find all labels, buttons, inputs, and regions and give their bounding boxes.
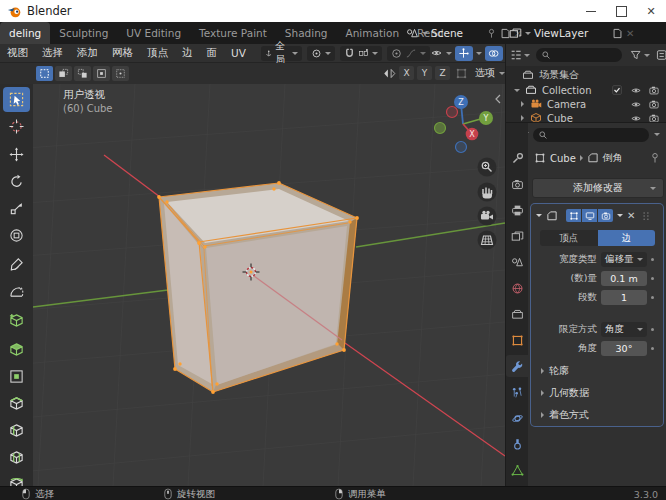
tool-loop-cut[interactable] xyxy=(3,418,30,443)
object-visibility-icon[interactable] xyxy=(430,47,443,59)
add-modifier-button[interactable]: 添加修改器 xyxy=(532,178,664,198)
display-options-icon[interactable] xyxy=(656,49,666,61)
render-visibility-icon[interactable] xyxy=(648,85,660,96)
outliner-row-scene-collection[interactable]: 场景集合 xyxy=(506,68,666,82)
menu-view[interactable]: 视图 xyxy=(0,46,35,60)
animate-dot[interactable] xyxy=(651,296,654,299)
transform-orientation-dropdown[interactable]: 全局 xyxy=(261,46,302,61)
mirror-x-toggle[interactable]: X xyxy=(399,66,414,80)
editor-type-icon[interactable] xyxy=(510,49,522,61)
hide-eye-icon[interactable] xyxy=(630,99,642,110)
disclosure-right-icon[interactable] xyxy=(521,115,524,121)
tool-add-cube[interactable] xyxy=(3,308,30,333)
tab-object-data[interactable] xyxy=(506,459,528,481)
ortho-toggle-button[interactable] xyxy=(478,231,497,250)
close-button[interactable]: ✕ xyxy=(636,0,666,22)
navigation-gizmo[interactable]: Z Y X xyxy=(435,95,494,153)
scene-name[interactable]: Scene xyxy=(431,27,483,39)
view-layer-selector[interactable]: ViewLayer ✕ xyxy=(509,24,634,42)
mirror-z-toggle[interactable]: Z xyxy=(435,66,450,80)
tool-select-tweak[interactable] xyxy=(3,87,30,112)
extras-dropdown-icon[interactable] xyxy=(617,214,623,217)
disclosure-right-icon[interactable] xyxy=(521,101,524,107)
render-visibility-icon[interactable] xyxy=(648,113,660,123)
tool-rotate[interactable] xyxy=(3,169,30,194)
tool-transform[interactable] xyxy=(3,223,30,248)
toggle-render-display[interactable] xyxy=(598,209,613,222)
tab-collection[interactable] xyxy=(506,303,528,325)
tab-render[interactable] xyxy=(506,173,528,195)
pan-button[interactable] xyxy=(478,183,497,202)
snap-widget[interactable] xyxy=(340,46,382,61)
drag-handle-icon[interactable] xyxy=(641,211,651,221)
tab-modifiers[interactable] xyxy=(506,355,528,377)
tool-scale[interactable] xyxy=(3,196,30,221)
snap-disabled-icon[interactable] xyxy=(455,67,468,80)
new-view-layer-icon[interactable] xyxy=(612,28,623,39)
outliner-row-camera[interactable]: Camera xyxy=(506,97,666,111)
tab-output[interactable] xyxy=(506,199,528,221)
limit-method-dropdown[interactable]: 角度 xyxy=(601,322,647,337)
sidebar-collapse-arrow[interactable] xyxy=(496,95,500,103)
proportional-edit-icon[interactable] xyxy=(391,48,402,59)
options-dropdown[interactable]: 选项 xyxy=(475,66,505,80)
segments-field[interactable]: 1 xyxy=(601,290,647,305)
workspace-tab-uv-editing[interactable]: UV Editing xyxy=(117,22,190,44)
select-mode-set[interactable] xyxy=(36,66,53,81)
tab-view-layer[interactable] xyxy=(506,225,528,247)
select-mode-subtract[interactable] xyxy=(74,66,91,81)
tool-move[interactable] xyxy=(3,142,30,167)
menu-vertex[interactable]: 顶点 xyxy=(140,46,175,60)
mirror-icon[interactable] xyxy=(383,67,396,80)
section-geometry[interactable]: 几何数据 xyxy=(541,386,589,400)
chevron-down-icon[interactable] xyxy=(654,133,660,136)
tool-bevel[interactable] xyxy=(3,391,30,416)
outliner-row-cube[interactable]: Cube xyxy=(506,111,666,122)
workspace-tab-sculpting[interactable]: Sculpting xyxy=(50,22,117,44)
mirror-y-toggle[interactable]: Y xyxy=(417,66,432,80)
width-type-dropdown[interactable]: 偏移量 xyxy=(601,252,647,267)
section-shading[interactable]: 着色方式 xyxy=(541,408,589,422)
workspace-tab-animation[interactable]: Animation xyxy=(337,22,409,44)
tool-measure[interactable] xyxy=(3,279,30,304)
pin-icon[interactable] xyxy=(649,152,661,164)
exclude-checkbox[interactable] xyxy=(612,85,622,95)
outliner-row-collection[interactable]: Collection xyxy=(506,83,666,97)
panel-expand-icon[interactable] xyxy=(536,214,542,217)
animate-dot[interactable] xyxy=(651,277,654,280)
workspace-tab-modeling[interactable]: deling xyxy=(0,22,50,44)
minimize-button[interactable] xyxy=(576,0,606,22)
show-gizmo-button[interactable] xyxy=(455,46,473,61)
workspace-tab-texture-paint[interactable]: Texture Paint xyxy=(190,22,276,44)
outliner-search-input[interactable] xyxy=(536,48,622,62)
menu-uv[interactable]: UV xyxy=(224,47,253,59)
animate-dot[interactable] xyxy=(651,328,654,331)
affect-edges-tab[interactable]: 边 xyxy=(598,230,656,246)
toggle-realtime-display[interactable] xyxy=(582,209,597,222)
animate-dot[interactable] xyxy=(651,347,654,350)
view-layer-name[interactable]: ViewLayer xyxy=(534,27,609,39)
disclosure-down-icon[interactable] xyxy=(514,89,520,92)
menu-edge[interactable]: 边 xyxy=(175,46,200,60)
tab-particles[interactable] xyxy=(506,381,528,403)
menu-mesh[interactable]: 网格 xyxy=(105,46,140,60)
animate-dot[interactable] xyxy=(651,258,654,261)
tool-extrude-region[interactable] xyxy=(3,337,30,362)
tab-constraints[interactable] xyxy=(506,433,528,455)
tool-annotate[interactable] xyxy=(3,252,30,277)
angle-field[interactable]: 30° xyxy=(601,341,647,356)
render-visibility-icon[interactable] xyxy=(648,99,660,110)
select-mode-invert[interactable] xyxy=(93,66,110,81)
amount-field[interactable]: 0.1 m xyxy=(601,271,647,286)
hide-eye-icon[interactable] xyxy=(630,85,642,96)
viewport-3d[interactable]: Z Y X xyxy=(0,84,505,486)
affect-vertices-tab[interactable]: 顶点 xyxy=(540,230,598,246)
hide-eye-icon[interactable] xyxy=(630,113,642,123)
tab-object[interactable] xyxy=(506,329,528,351)
magnet-icon[interactable] xyxy=(344,48,355,59)
menu-face[interactable]: 面 xyxy=(200,46,225,60)
tool-spin[interactable] xyxy=(3,472,30,486)
tool-cursor[interactable] xyxy=(3,114,30,139)
tool-inset-faces[interactable] xyxy=(3,364,30,389)
camera-view-button[interactable] xyxy=(478,207,497,226)
